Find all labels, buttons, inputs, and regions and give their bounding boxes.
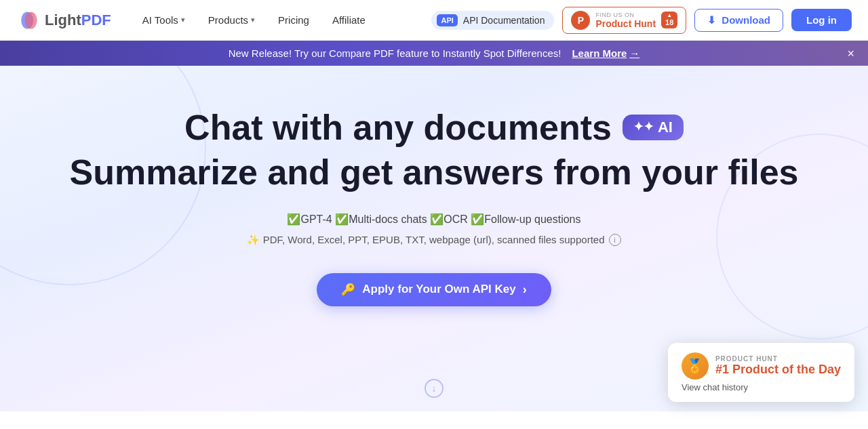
product-hunt-count: ▲ 18 xyxy=(661,12,677,28)
ai-badge: ✦✦ AI xyxy=(623,115,684,140)
key-icon: 🔑 xyxy=(341,283,355,297)
arrow-right-icon: → xyxy=(629,47,639,59)
product-hunt-icon: P xyxy=(571,11,590,30)
product-hunt-badge-top: 🏅 PRODUCT HUNT #1 Product of the Day xyxy=(682,352,841,380)
info-icon[interactable]: i xyxy=(609,234,621,246)
download-button[interactable]: ⬇ Download xyxy=(694,9,783,32)
product-hunt-info: FIND US ON Product Hunt xyxy=(595,12,656,29)
login-button[interactable]: Log in xyxy=(791,9,852,31)
banner-learn-more-link[interactable]: Learn More → xyxy=(572,47,639,59)
logo-text: LightPDF xyxy=(45,12,111,29)
logo-icon xyxy=(16,8,41,33)
nav-ai-tools[interactable]: AI Tools ▾ xyxy=(133,9,195,31)
nav-products[interactable]: Products ▾ xyxy=(199,9,264,31)
nav-right: API API Documentation P FIND US ON Produ… xyxy=(431,7,852,34)
product-hunt-badge: 🏅 PRODUCT HUNT #1 Product of the Day Vie… xyxy=(668,343,854,402)
view-chat-history-link[interactable]: View chat history xyxy=(682,382,841,392)
hero-title-line1: Chat with any documents ✦✦ AI xyxy=(184,106,684,148)
medal-icon: 🏅 xyxy=(682,352,709,380)
banner-close-button[interactable]: × xyxy=(847,47,854,60)
nav-links: AI Tools ▾ Products ▾ Pricing Affiliate xyxy=(133,9,432,31)
scroll-indicator: ↓ xyxy=(425,379,443,398)
api-documentation-link[interactable]: API API Documentation xyxy=(431,11,554,30)
banner-text: New Release! Try our Compare PDF feature… xyxy=(229,47,561,59)
chevron-right-icon: › xyxy=(523,283,527,297)
hero-supported-formats: ✨ PDF, Word, Excel, PPT, EPUB, TXT, webp… xyxy=(247,234,620,246)
cta-api-button[interactable]: 🔑 Apply for Your Own API Key › xyxy=(317,273,551,306)
hero-features: ✅GPT-4 ✅Multi-docs chats ✅OCR ✅Follow-up… xyxy=(287,213,580,226)
svg-point-1 xyxy=(25,12,37,28)
sparkle-icon: ✦✦ xyxy=(633,120,654,135)
chevron-down-icon: ▾ xyxy=(251,16,255,24)
download-icon: ⬇ xyxy=(707,14,716,26)
logo[interactable]: LightPDF xyxy=(16,8,111,33)
scroll-down-icon: ↓ xyxy=(425,379,443,398)
announcement-banner: New Release! Try our Compare PDF feature… xyxy=(0,41,868,66)
navbar: LightPDF AI Tools ▾ Products ▾ Pricing A… xyxy=(0,0,868,41)
hero-title-line2: Summarize and get answers from your file… xyxy=(70,151,799,193)
nav-affiliate[interactable]: Affiliate xyxy=(323,9,375,31)
product-hunt-badge-info: PRODUCT HUNT #1 Product of the Day xyxy=(715,355,841,377)
product-hunt-button[interactable]: P FIND US ON Product Hunt ▲ 18 xyxy=(562,7,686,34)
nav-pricing[interactable]: Pricing xyxy=(269,9,319,31)
chevron-down-icon: ▾ xyxy=(181,16,185,24)
